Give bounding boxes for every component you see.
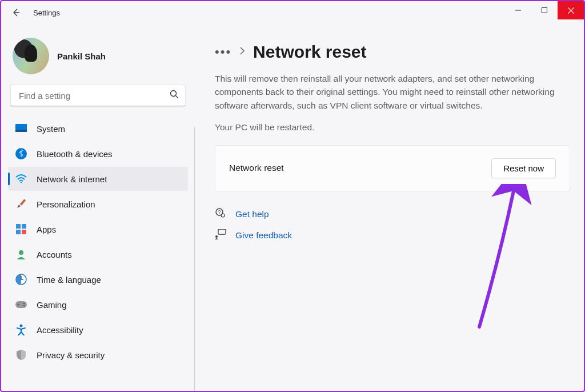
search-input[interactable] [10,85,186,106]
network-reset-card: Network reset Reset now [215,145,570,191]
bluetooth-icon [15,147,27,160]
breadcrumb-more-icon[interactable]: ••• [215,45,231,59]
svg-point-27 [221,214,225,217]
chevron-right-icon [239,47,245,57]
svg-rect-13 [16,230,21,234]
svg-rect-20 [15,301,27,308]
avatar [13,38,49,74]
minimize-button[interactable] [505,1,531,19]
sidebar: Pankil Shah System Bluetooth & devices [1,24,195,391]
sidebar-item-label: Accounts [37,250,72,259]
reset-now-button[interactable]: Reset now [491,158,556,178]
get-help-row: ? Get help [215,207,570,221]
svg-rect-1 [542,8,547,13]
give-feedback-link[interactable]: Give feedback [235,230,292,241]
breadcrumb: ••• Network reset [215,42,570,62]
sidebar-item-gaming[interactable]: Gaming [8,293,188,317]
help-icon: ? [215,207,226,221]
nav: System Bluetooth & devices Network & int… [8,117,188,367]
feedback-row: Give feedback [215,229,570,242]
sidebar-item-apps[interactable]: Apps [8,217,188,241]
get-help-link[interactable]: Get help [235,209,269,219]
sidebar-item-accessibility[interactable]: Accessibility [8,318,188,342]
svg-point-9 [21,182,22,183]
sidebar-item-system[interactable]: System [8,117,188,141]
main-content: ••• Network reset This will remove then … [195,24,584,391]
profile[interactable]: Pankil Shah [8,34,188,85]
sidebar-item-label: Personalization [37,199,95,209]
svg-rect-10 [20,199,26,206]
sidebar-item-label: System [37,124,65,134]
accounts-icon [15,248,27,261]
sidebar-item-network[interactable]: Network & internet [8,167,188,191]
svg-point-21 [18,304,19,306]
svg-rect-11 [16,224,21,229]
search-container [10,85,186,106]
svg-text:?: ? [218,209,221,215]
page-title: Network reset [253,42,366,62]
back-button[interactable] [10,7,22,18]
svg-point-29 [215,235,218,238]
svg-rect-28 [218,229,226,234]
sidebar-item-time[interactable]: Time & language [8,267,188,291]
svg-point-22 [23,303,25,304]
sidebar-item-label: Gaming [37,300,67,310]
feedback-icon [215,229,226,242]
profile-name: Pankil Shah [57,51,106,61]
help-links: ? Get help Give feedback [215,207,570,242]
sidebar-item-accounts[interactable]: Accounts [8,242,188,266]
svg-rect-12 [22,224,26,229]
description-text: This will remove then reinstall all your… [215,72,569,112]
search-icon [170,90,179,101]
sidebar-item-label: Privacy & security [37,350,105,360]
sidebar-item-label: Time & language [37,275,101,285]
shield-icon [15,349,27,361]
clock-icon [15,273,27,286]
svg-point-24 [20,325,23,327]
sidebar-item-privacy[interactable]: Privacy & security [8,343,188,367]
sidebar-item-label: Network & internet [37,174,107,184]
sidebar-item-label: Bluetooth & devices [37,149,113,159]
card-label: Network reset [229,163,284,173]
restart-note: Your PC will be restarted. [215,122,570,133]
svg-point-15 [19,250,23,255]
svg-point-4 [171,91,177,97]
window-title: Settings [33,9,60,17]
apps-icon [15,223,27,235]
sidebar-item-label: Accessibility [37,325,83,335]
svg-line-5 [176,96,179,99]
wifi-icon [15,173,27,185]
sidebar-item-personalization[interactable]: Personalization [8,192,188,216]
svg-point-23 [23,305,25,306]
accessibility-icon [15,323,27,336]
gaming-icon [15,298,27,311]
personalization-icon [15,198,27,210]
svg-rect-7 [15,130,27,132]
close-button[interactable] [558,1,584,19]
sidebar-item-bluetooth[interactable]: Bluetooth & devices [8,142,188,166]
svg-rect-14 [22,230,26,234]
sidebar-item-label: Apps [37,225,56,234]
maximize-button[interactable] [531,1,558,19]
system-icon [15,122,27,135]
